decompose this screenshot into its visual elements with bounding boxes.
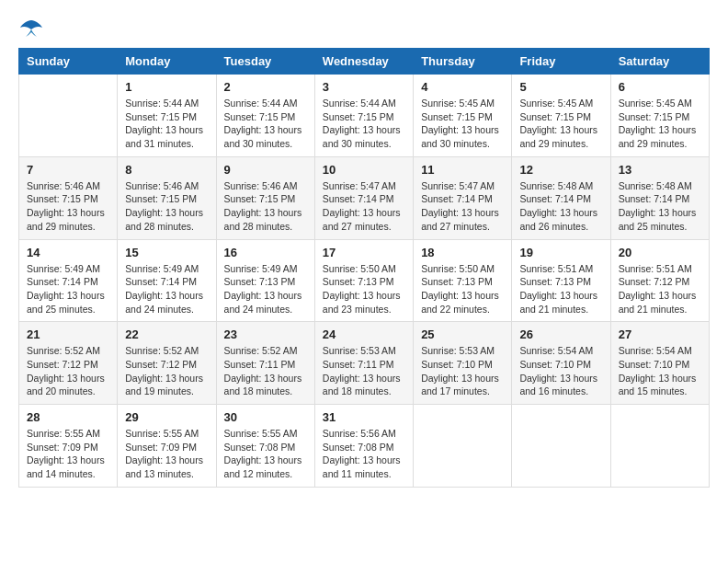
day-number: 26	[519, 327, 602, 341]
calendar-cell: 17Sunrise: 5:50 AM Sunset: 7:13 PM Dayli…	[314, 239, 413, 322]
day-number: 7	[27, 163, 109, 177]
day-number: 21	[27, 327, 109, 341]
day-info: Sunrise: 5:48 AM Sunset: 7:14 PM Dayligh…	[519, 179, 602, 234]
calendar-cell: 19Sunrise: 5:51 AM Sunset: 7:13 PM Dayli…	[512, 239, 610, 322]
calendar-week-2: 7Sunrise: 5:46 AM Sunset: 7:15 PM Daylig…	[19, 156, 710, 239]
calendar-cell: 25Sunrise: 5:53 AM Sunset: 7:10 PM Dayli…	[414, 322, 512, 405]
calendar-cell: 23Sunrise: 5:52 AM Sunset: 7:11 PM Dayli…	[216, 322, 314, 405]
calendar-cell	[610, 405, 709, 488]
calendar-week-5: 28Sunrise: 5:55 AM Sunset: 7:09 PM Dayli…	[19, 405, 710, 488]
day-info: Sunrise: 5:52 AM Sunset: 7:12 PM Dayligh…	[125, 344, 208, 398]
calendar-table: SundayMondayTuesdayWednesdayThursdayFrid…	[18, 48, 710, 488]
day-info: Sunrise: 5:51 AM Sunset: 7:13 PM Dayligh…	[519, 262, 602, 316]
day-number: 9	[224, 163, 307, 177]
calendar-cell: 16Sunrise: 5:49 AM Sunset: 7:13 PM Dayli…	[216, 239, 314, 322]
day-info: Sunrise: 5:44 AM Sunset: 7:15 PM Dayligh…	[224, 97, 307, 151]
calendar-cell: 10Sunrise: 5:47 AM Sunset: 7:14 PM Dayli…	[314, 156, 413, 239]
page-header	[18, 18, 710, 39]
calendar-cell: 18Sunrise: 5:50 AM Sunset: 7:13 PM Dayli…	[414, 239, 512, 322]
calendar-cell: 13Sunrise: 5:48 AM Sunset: 7:14 PM Dayli…	[610, 156, 709, 239]
day-info: Sunrise: 5:44 AM Sunset: 7:15 PM Dayligh…	[323, 97, 405, 151]
day-number: 18	[421, 246, 504, 259]
day-number: 5	[519, 80, 602, 94]
day-info: Sunrise: 5:52 AM Sunset: 7:11 PM Dayligh…	[224, 344, 307, 398]
day-number: 2	[224, 80, 307, 94]
weekday-header-sunday: Sunday	[19, 49, 118, 75]
calendar-cell: 21Sunrise: 5:52 AM Sunset: 7:12 PM Dayli…	[19, 322, 118, 405]
day-number: 15	[125, 246, 208, 259]
day-info: Sunrise: 5:45 AM Sunset: 7:15 PM Dayligh…	[519, 97, 602, 151]
calendar-cell: 4Sunrise: 5:45 AM Sunset: 7:15 PM Daylig…	[414, 75, 512, 157]
weekday-header-friday: Friday	[512, 49, 610, 75]
calendar-cell: 31Sunrise: 5:56 AM Sunset: 7:08 PM Dayli…	[314, 405, 413, 488]
logo	[18, 18, 48, 39]
day-number: 29	[125, 410, 208, 424]
day-number: 30	[224, 410, 307, 424]
day-number: 10	[323, 163, 405, 177]
day-number: 20	[619, 246, 701, 259]
calendar-cell: 2Sunrise: 5:44 AM Sunset: 7:15 PM Daylig…	[216, 75, 314, 157]
calendar-cell: 8Sunrise: 5:46 AM Sunset: 7:15 PM Daylig…	[118, 156, 216, 239]
day-info: Sunrise: 5:50 AM Sunset: 7:13 PM Dayligh…	[323, 262, 405, 316]
weekday-header-monday: Monday	[118, 49, 216, 75]
day-number: 31	[323, 410, 405, 424]
day-info: Sunrise: 5:47 AM Sunset: 7:14 PM Dayligh…	[421, 179, 504, 234]
calendar-cell: 20Sunrise: 5:51 AM Sunset: 7:12 PM Dayli…	[610, 239, 709, 322]
day-number: 25	[421, 327, 504, 341]
calendar-cell: 26Sunrise: 5:54 AM Sunset: 7:10 PM Dayli…	[512, 322, 610, 405]
calendar-cell: 7Sunrise: 5:46 AM Sunset: 7:15 PM Daylig…	[19, 156, 118, 239]
day-number: 16	[224, 246, 307, 259]
calendar-cell: 9Sunrise: 5:46 AM Sunset: 7:15 PM Daylig…	[216, 156, 314, 239]
calendar-cell	[19, 75, 118, 157]
day-number: 8	[125, 163, 208, 177]
day-info: Sunrise: 5:46 AM Sunset: 7:15 PM Dayligh…	[27, 179, 109, 234]
calendar-cell: 22Sunrise: 5:52 AM Sunset: 7:12 PM Dayli…	[118, 322, 216, 405]
weekday-header-thursday: Thursday	[414, 49, 512, 75]
calendar-cell: 12Sunrise: 5:48 AM Sunset: 7:14 PM Dayli…	[512, 156, 610, 239]
calendar-cell: 14Sunrise: 5:49 AM Sunset: 7:14 PM Dayli…	[19, 239, 118, 322]
day-info: Sunrise: 5:55 AM Sunset: 7:09 PM Dayligh…	[125, 427, 208, 481]
calendar-cell	[414, 405, 512, 488]
weekday-header-wednesday: Wednesday	[314, 49, 413, 75]
day-number: 23	[224, 327, 307, 341]
day-number: 11	[421, 163, 504, 177]
day-info: Sunrise: 5:49 AM Sunset: 7:14 PM Dayligh…	[125, 262, 208, 316]
day-info: Sunrise: 5:48 AM Sunset: 7:14 PM Dayligh…	[619, 179, 701, 234]
weekday-header-tuesday: Tuesday	[216, 49, 314, 75]
day-info: Sunrise: 5:55 AM Sunset: 7:09 PM Dayligh…	[27, 427, 109, 481]
day-number: 17	[323, 246, 405, 259]
calendar-cell: 15Sunrise: 5:49 AM Sunset: 7:14 PM Dayli…	[118, 239, 216, 322]
day-number: 24	[323, 327, 405, 341]
calendar-week-4: 21Sunrise: 5:52 AM Sunset: 7:12 PM Dayli…	[19, 322, 710, 405]
day-info: Sunrise: 5:49 AM Sunset: 7:14 PM Dayligh…	[27, 262, 109, 316]
day-info: Sunrise: 5:49 AM Sunset: 7:13 PM Dayligh…	[224, 262, 307, 316]
day-info: Sunrise: 5:53 AM Sunset: 7:11 PM Dayligh…	[323, 344, 405, 398]
weekday-header-saturday: Saturday	[610, 49, 709, 75]
calendar-cell: 11Sunrise: 5:47 AM Sunset: 7:14 PM Dayli…	[414, 156, 512, 239]
day-info: Sunrise: 5:47 AM Sunset: 7:14 PM Dayligh…	[323, 179, 405, 234]
day-number: 14	[27, 246, 109, 259]
calendar-cell: 30Sunrise: 5:55 AM Sunset: 7:08 PM Dayli…	[216, 405, 314, 488]
day-info: Sunrise: 5:54 AM Sunset: 7:10 PM Dayligh…	[519, 344, 602, 398]
day-info: Sunrise: 5:45 AM Sunset: 7:15 PM Dayligh…	[421, 97, 504, 151]
day-number: 27	[619, 327, 701, 341]
weekday-header-row: SundayMondayTuesdayWednesdayThursdayFrid…	[19, 49, 710, 75]
day-info: Sunrise: 5:52 AM Sunset: 7:12 PM Dayligh…	[27, 344, 109, 398]
calendar-cell	[512, 405, 610, 488]
day-number: 22	[125, 327, 208, 341]
calendar-cell: 3Sunrise: 5:44 AM Sunset: 7:15 PM Daylig…	[314, 75, 413, 157]
calendar-cell: 1Sunrise: 5:44 AM Sunset: 7:15 PM Daylig…	[118, 75, 216, 157]
day-info: Sunrise: 5:53 AM Sunset: 7:10 PM Dayligh…	[421, 344, 504, 398]
calendar-cell: 29Sunrise: 5:55 AM Sunset: 7:09 PM Dayli…	[118, 405, 216, 488]
calendar-cell: 5Sunrise: 5:45 AM Sunset: 7:15 PM Daylig…	[512, 75, 610, 157]
day-number: 12	[519, 163, 602, 177]
day-info: Sunrise: 5:50 AM Sunset: 7:13 PM Dayligh…	[421, 262, 504, 316]
day-info: Sunrise: 5:45 AM Sunset: 7:15 PM Dayligh…	[619, 97, 701, 151]
day-info: Sunrise: 5:54 AM Sunset: 7:10 PM Dayligh…	[619, 344, 701, 398]
day-number: 4	[421, 80, 504, 94]
logo-icon	[18, 18, 44, 39]
calendar-cell: 24Sunrise: 5:53 AM Sunset: 7:11 PM Dayli…	[314, 322, 413, 405]
day-number: 19	[519, 246, 602, 259]
calendar-cell: 27Sunrise: 5:54 AM Sunset: 7:10 PM Dayli…	[610, 322, 709, 405]
day-info: Sunrise: 5:44 AM Sunset: 7:15 PM Dayligh…	[125, 97, 208, 151]
